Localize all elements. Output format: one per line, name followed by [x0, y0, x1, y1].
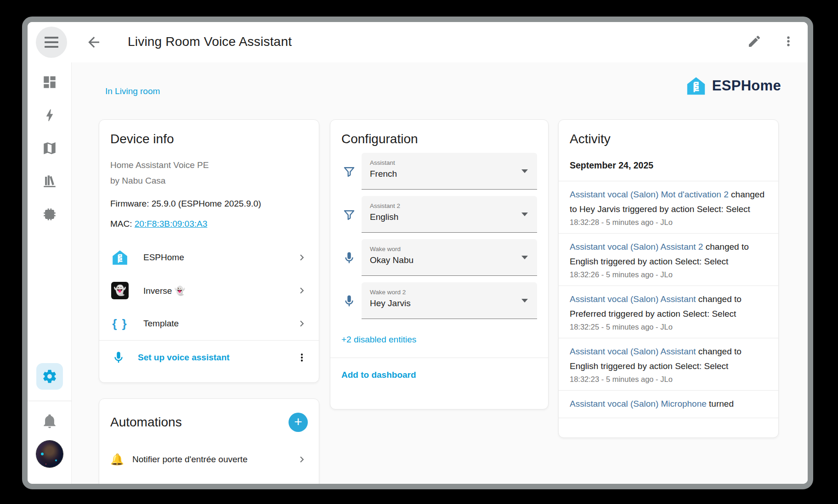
mac-line: MAC: 20:F8:3B:09:03:A3	[110, 219, 308, 229]
setup-voice-assistant-row: Set up voice assistant	[110, 341, 308, 375]
activity-entry: Assistant vocal (Salon) Assistant change…	[559, 286, 778, 338]
notifications-bell-icon[interactable]	[42, 413, 57, 429]
esphome-house-icon	[110, 249, 130, 266]
braces-icon: { }	[112, 317, 127, 331]
entity-link[interactable]: Assistant vocal (Salon) Microphone	[570, 399, 707, 409]
activity-entry: Assistant vocal (Salon) Assistant change…	[559, 338, 778, 391]
dots-vertical-icon[interactable]	[296, 352, 308, 364]
activity-meta: 18:32:28 - 5 minutes ago - JLo	[570, 218, 767, 227]
card-title: Activity	[559, 132, 778, 146]
top-app-bar: Living Room Voice Assistant	[28, 22, 808, 62]
microphone-icon	[342, 251, 356, 265]
user-avatar[interactable]	[36, 441, 63, 467]
firmware-line: Firmware: 25.9.0 (ESPHome 2025.9.0)	[110, 199, 308, 209]
activity-entry: Assistant vocal (Salon) Microphone turne…	[559, 391, 778, 418]
mac-label: MAC:	[110, 219, 135, 229]
add-to-dashboard-button[interactable]: Add to dashboard	[341, 370, 537, 380]
activity-meta: 18:32:23 - 5 minutes ago - JLo	[570, 375, 767, 384]
card-title: Automations	[110, 415, 182, 430]
app-window: Living Room Voice Assistant In Living ro…	[22, 17, 813, 489]
dots-vertical-icon[interactable]	[781, 34, 796, 49]
sidebar-item-settings[interactable]	[36, 363, 63, 390]
card-title: Device info	[110, 132, 308, 146]
dashboard-icon[interactable]	[42, 74, 57, 90]
menu-icon	[45, 37, 58, 39]
activity-entry: Assistant vocal (Salon) Mot d'activation…	[559, 181, 778, 234]
settings-gear-icon	[42, 369, 57, 384]
config-row-assistant: Assistant French	[341, 153, 537, 190]
area-link[interactable]: In Living room	[105, 86, 160, 96]
menu-button[interactable]	[36, 27, 67, 58]
divider	[330, 358, 548, 358]
chevron-down-icon	[521, 256, 528, 259]
config-row-wake-word: Wake word Okay Nabu	[341, 239, 537, 276]
activity-entry: Assistant vocal (Salon) Assistant 2 chan…	[559, 234, 778, 286]
chevron-right-icon	[296, 318, 308, 330]
config-row-assistant-2: Assistant 2 English	[341, 196, 537, 233]
activity-date: September 24, 2025	[559, 160, 778, 171]
assistant-2-select[interactable]: Assistant 2 English	[362, 196, 537, 233]
activity-meta: 18:32:25 - 5 minutes ago - JLo	[570, 323, 767, 331]
entity-link[interactable]: Assistant vocal (Salon) Mot d'activation…	[570, 190, 729, 199]
device-link-esphome[interactable]: ESPHome	[110, 241, 308, 274]
microphone-icon	[342, 294, 356, 308]
chip-icon[interactable]	[42, 207, 57, 222]
automations-card: Automations + 🔔 Notifier porte d'entrée …	[99, 398, 319, 484]
map-icon[interactable]	[42, 140, 57, 156]
assistant-select[interactable]: Assistant French	[362, 153, 537, 190]
ghost-icon: 👻	[111, 282, 129, 299]
energy-bolt-icon[interactable]	[42, 107, 57, 123]
filter-funnel-icon	[342, 165, 356, 179]
main-content: In Living room ESPHome Device info Home …	[72, 62, 808, 484]
device-link-template[interactable]: { } Template	[110, 307, 308, 340]
device-link-inverse[interactable]: 👻 Inverse 👻	[110, 274, 308, 307]
entity-link[interactable]: Assistant vocal (Salon) Assistant	[570, 294, 696, 304]
pencil-icon[interactable]	[747, 34, 762, 49]
chevron-right-icon	[296, 454, 308, 465]
add-automation-button[interactable]: +	[289, 413, 308, 432]
page-title: Living Room Voice Assistant	[128, 34, 292, 49]
chevron-down-icon	[521, 169, 528, 173]
automation-item[interactable]: 🔔 Notifier porte d'entrée ouverte	[110, 453, 308, 466]
microphone-icon	[112, 351, 125, 364]
chevron-right-icon	[296, 285, 308, 297]
brand-name: ESPHome	[712, 78, 781, 94]
mac-link[interactable]: 20:F8:3B:09:03:A3	[135, 219, 207, 229]
wake-word-2-select[interactable]: Wake word 2 Hey Jarvis	[362, 282, 537, 319]
logbook-shelf-icon[interactable]	[42, 174, 57, 189]
card-title: Configuration	[341, 132, 537, 146]
filter-funnel-icon	[342, 208, 356, 222]
configuration-card: Configuration Assistant French Assistant…	[330, 119, 549, 409]
esphome-house-icon	[685, 75, 707, 96]
disabled-entities-link[interactable]: +2 disabled entities	[341, 335, 537, 345]
activity-card: Activity September 24, 2025 Assistant vo…	[558, 119, 779, 438]
config-row-wake-word-2: Wake word 2 Hey Jarvis	[341, 282, 537, 319]
chevron-down-icon	[521, 299, 528, 302]
device-manufacturer: by Nabu Casa	[110, 173, 308, 189]
activity-meta: 18:32:26 - 5 minutes ago - JLo	[570, 270, 767, 279]
sidebar	[28, 62, 72, 484]
chevron-down-icon	[521, 213, 528, 216]
divider	[28, 401, 72, 401]
wake-word-select[interactable]: Wake word Okay Nabu	[362, 239, 537, 276]
device-info-card: Device info Home Assistant Voice PE by N…	[99, 119, 319, 383]
back-arrow-icon[interactable]	[85, 34, 102, 50]
bell-emoji-icon: 🔔	[110, 453, 124, 466]
setup-voice-assistant-button[interactable]: Set up voice assistant	[138, 353, 296, 363]
chevron-right-icon	[296, 252, 308, 263]
entity-link[interactable]: Assistant vocal (Salon) Assistant	[570, 347, 696, 356]
device-model: Home Assistant Voice PE	[110, 157, 308, 173]
entity-link[interactable]: Assistant vocal (Salon) Assistant 2	[570, 242, 703, 252]
esphome-brand: ESPHome	[685, 75, 781, 96]
